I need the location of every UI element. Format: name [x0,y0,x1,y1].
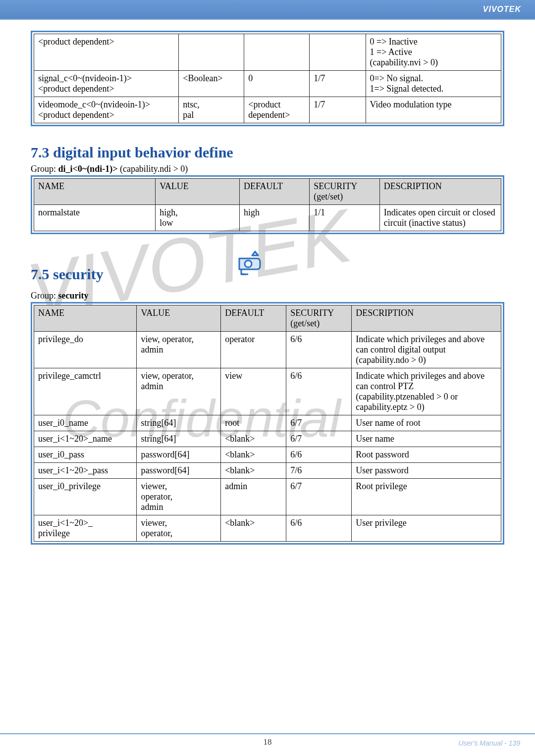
cell: user_i0_privilege [34,479,137,515]
cell: Indicate which privileges and above can … [352,332,501,368]
page: VIVOTEK VIVOTEK Confidential <product de… [0,0,535,756]
cell: view [221,368,286,415]
group-suffix: (capability.ndi > 0) [117,164,188,174]
cell: <blank> [221,463,286,479]
cell: root [221,415,286,431]
cell [310,34,366,71]
cell: privilege_do [34,332,137,368]
table2: NAME VALUE DEFAULT SECURITY (get/set) DE… [34,178,501,231]
table-row: signal_c<0~(nvideoin-1)> <product depend… [34,71,501,97]
cell: Video modulation type [366,97,501,123]
table1-frame: <product dependent> 0 => Inactive 1 => A… [31,31,504,126]
cell: string[64] [137,431,221,447]
cell: user_i0_pass [34,447,137,463]
table-header-row: NAME VALUE DEFAULT SECURITY (get/set) DE… [34,179,501,205]
cell: 0=> No signal. 1=> Signal detected. [366,71,501,97]
section-7-5-title: 7.5 security [31,266,104,283]
cell: User name [352,431,501,447]
table-row: videomode_c<0~(nvideoin-1)> <product dep… [34,97,501,123]
table3: NAME VALUE DEFAULT SECURITY (get/set) DE… [34,305,501,542]
table2-frame: NAME VALUE DEFAULT SECURITY (get/set) DE… [31,175,504,234]
content: VIVOTEK Confidential <product dependent>… [0,20,535,545]
cell: <blank> [221,431,286,447]
col-name: NAME [34,179,156,205]
cell: viewer, operator, admin [137,479,221,515]
cell: 6/7 [286,415,352,431]
cell [179,34,244,71]
table-row: <product dependent> 0 => Inactive 1 => A… [34,34,501,71]
col-default: DEFAULT [239,179,309,205]
camera-icon [234,249,267,283]
group-name: di_i<0~(ndi-1)> [58,164,118,174]
col-security: SECURITY (get/set) [310,179,379,205]
table-row: privilege_do view, operator, admin opera… [34,332,501,368]
cell: 0 [244,71,310,97]
cell: 6/7 [286,431,352,447]
cell: 1/7 [310,97,366,123]
page-number: 18 [0,737,535,747]
table-row: normalstate high, low high 1/1 Indicates… [34,205,501,231]
cell: ntsc, pal [179,97,244,123]
cell: user_i<1~20>_ privilege [34,515,137,542]
cell: password[64] [137,463,221,479]
cell: User password [352,463,501,479]
brand-text: VIVOTEK [483,0,535,14]
group-prefix: Group: [31,164,58,174]
cell: Root password [352,447,501,463]
col-value: VALUE [137,305,221,332]
cell: 6/6 [286,515,352,542]
cell: 6/6 [286,447,352,463]
table3-frame: NAME VALUE DEFAULT SECURITY (get/set) DE… [31,302,504,545]
cell: Root privilege [352,479,501,515]
cell: admin [221,479,286,515]
cell: <Boolean> [179,71,244,97]
cell: videomode_c<0~(nvideoin-1)> <product dep… [34,97,179,123]
cell: string[64] [137,415,221,431]
col-value: VALUE [156,179,240,205]
col-default: DEFAULT [221,305,286,332]
cell: 0 => Inactive 1 => Active (capability.nv… [366,34,501,71]
cell: 1/7 [310,71,366,97]
cell: user_i<1~20>_pass [34,463,137,479]
table-row: privilege_camctrl view, operator, admin … [34,368,501,415]
cell: <product dependent> [34,34,179,71]
cell: view, operator, admin [137,332,221,368]
cell [244,34,310,71]
header-bar: VIVOTEK [0,0,535,20]
cell: user_i0_name [34,415,137,431]
col-name: NAME [34,305,137,332]
manual-page-ref: User's Manual - 139 [458,739,520,747]
section-7-3-title: 7.3 digital input behavior define [31,144,504,161]
col-security: SECURITY (get/set) [286,305,352,332]
col-desc: DESCRIPTION [352,305,501,332]
cell: User name of root [352,415,501,431]
cell: 6/7 [286,479,352,515]
section-7-3-group: Group: di_i<0~(ndi-1)> (capability.ndi >… [31,164,504,174]
table-row: user_i<1~20>_name string[64] <blank> 6/7… [34,431,501,447]
group-prefix: Group: [31,291,58,301]
table-row: user_i<1~20>_pass password[64] <blank> 7… [34,463,501,479]
cell: <blank> [221,447,286,463]
table-header-row: NAME VALUE DEFAULT SECURITY (get/set) DE… [34,305,501,332]
table-row: user_i0_pass password[64] <blank> 6/6 Ro… [34,447,501,463]
cell: <blank> [221,515,286,542]
section-7-5-group: Group: security [31,291,504,301]
cell: normalstate [34,205,156,231]
col-desc: DESCRIPTION [379,179,501,205]
group-name: security [58,291,89,301]
cell: high, low [156,205,240,231]
table-row: user_i0_name string[64] root 6/7 User na… [34,415,501,431]
cell: 6/6 [286,368,352,415]
cell: 6/6 [286,332,352,368]
cell: view, operator, admin [137,368,221,415]
footer: 18 User's Manual - 139 [0,733,535,753]
table1: <product dependent> 0 => Inactive 1 => A… [34,34,501,123]
cell: signal_c<0~(nvideoin-1)> <product depend… [34,71,179,97]
cell: user_i<1~20>_name [34,431,137,447]
cell: viewer, operator, [137,515,221,542]
cell: User privilege [352,515,501,542]
cell: Indicate which privileges and above can … [352,368,501,415]
cell: 7/6 [286,463,352,479]
cell: password[64] [137,447,221,463]
cell: privilege_camctrl [34,368,137,415]
